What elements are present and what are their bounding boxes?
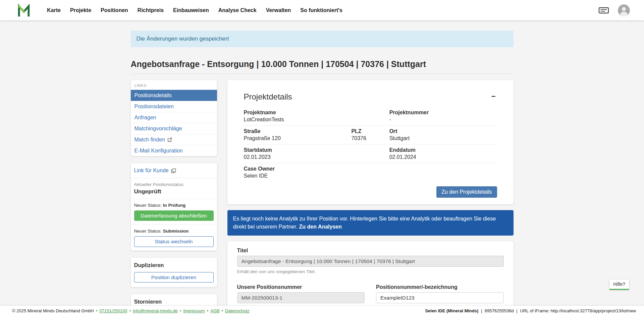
bullet-separator: • [180, 308, 181, 313]
bullet-separator: • [207, 308, 209, 313]
project-details-card: Projektdetails − Projektname LotCreation… [227, 80, 514, 204]
collapse-icon[interactable]: − [490, 92, 497, 101]
go-to-project-details-button[interactable]: Zu den Projektdetails [436, 186, 497, 198]
field-projektnummer: Projektnummer - [389, 110, 497, 123]
sidebar-item-label: Positionsdateien [135, 104, 174, 110]
project-details-heading: Projektdetails [244, 92, 292, 102]
bullet-separator: • [222, 308, 223, 313]
sidebar-links-card: LINKS Positionsdetails Positionsdateien … [131, 80, 217, 156]
main-nav: Karte Projekte Positionen Richtpreis Ein… [42, 4, 347, 17]
sidebar-item-positionsdateien[interactable]: Positionsdateien [131, 101, 217, 112]
nav-item-analyse-check[interactable]: Analyse Check [214, 4, 261, 17]
next-status-submission: Neuer Status: Submission [134, 229, 214, 234]
project-row-1: Projektname LotCreationTests Projektnumm… [244, 107, 497, 125]
nav-item-positionen[interactable]: Positionen [96, 4, 133, 17]
datenschutz-link[interactable]: Datenschutz [225, 308, 249, 313]
email-link[interactable]: info@mineral-minds.de [133, 308, 178, 313]
footer-session-info: Selen IDE (Mineral Minds) | 69576255536d… [425, 308, 636, 313]
sidebar-item-anfragen[interactable]: Anfragen [131, 112, 217, 123]
links-heading: LINKS [131, 80, 217, 90]
navbar-right [598, 4, 630, 16]
status-card: Link für Kunde Aktueller Positionsstatus… [131, 163, 217, 251]
server-icon[interactable] [598, 6, 609, 15]
nav-item-karte[interactable]: Karte [42, 4, 65, 17]
mineral-minds-logo-icon[interactable] [17, 3, 31, 17]
cancel-heading: Stornieren [134, 299, 214, 305]
go-to-analyses-link[interactable]: Zu den Analysen [299, 224, 342, 230]
field-plz: PLZ 70376 [351, 128, 389, 141]
field-case-owner: Case Owner Selen IDE [244, 166, 497, 179]
agb-link[interactable]: AGB [210, 308, 219, 313]
footer: © 2025 Mineral Minds Deutschland GmbH • … [0, 306, 644, 316]
field-ort: Ort Stuttgart [389, 128, 497, 141]
field-enddatum: Enddatum 02.01.2024 [389, 147, 497, 160]
nav-item-einbauweisen[interactable]: Einbauweisen [168, 4, 214, 17]
position-number-input[interactable] [376, 292, 504, 303]
title-field-label: Titel [237, 248, 504, 254]
save-success-alert: Die Änderungen wurden gespeichert [131, 30, 514, 47]
pipe-separator: | [516, 308, 517, 313]
sidebar-item-label: E-Mail Konfiguration [135, 148, 183, 154]
field-strasse: Straße Pragstraße 120 [244, 128, 352, 141]
switch-status-button[interactable]: Status wechseln [134, 236, 214, 247]
project-row-4: Case Owner Selen IDE [244, 163, 497, 182]
external-link-icon [167, 137, 172, 142]
position-number-label: Positionsnummer/-bezeichnung [376, 284, 504, 290]
complete-data-entry-button[interactable]: Datenerfassung abschließen [134, 210, 214, 221]
field-projektname: Projektname LotCreationTests [244, 110, 389, 123]
sidebar-item-email-konfiguration[interactable]: E-Mail Konfiguration [131, 145, 217, 156]
footer-iframe-url: URL of iFrame: http://localhost:32778/ap… [520, 308, 636, 313]
sidebar-item-label: Positionsdetails [135, 92, 172, 99]
footer-session-id: 69576255536d [485, 308, 514, 313]
impressum-link[interactable]: Impressum [183, 308, 205, 313]
page-title: Angebotsanfrage - Entsorgung | 10.000 To… [131, 59, 514, 74]
nav-item-so-funktionierts[interactable]: So funktioniert's [296, 4, 347, 17]
customer-link[interactable]: Link für Kunde [134, 168, 176, 174]
sidebar: LINKS Positionsdetails Positionsdateien … [131, 80, 217, 316]
analytics-banner-text: Es liegt noch keine Analytik zu Ihrer Po… [233, 216, 496, 230]
pipe-separator: | [481, 308, 482, 313]
title-input [237, 256, 504, 267]
sidebar-item-label: Matchingvorschläge [135, 126, 182, 132]
sidebar-item-match-finden[interactable]: Match finden [131, 134, 217, 145]
project-row-2: Straße Pragstraße 120 PLZ 70376 Ort Stut… [244, 125, 497, 144]
user-avatar[interactable] [618, 4, 630, 16]
nav-item-projekte[interactable]: Projekte [65, 4, 96, 17]
position-form-card: Titel Erhält den von uns vorgegebenen Ti… [227, 241, 514, 316]
nav-item-richtpreis[interactable]: Richtpreis [133, 4, 168, 17]
sidebar-item-label: Anfragen [135, 115, 156, 121]
copyright-text: © 2025 Mineral Minds Deutschland GmbH [12, 308, 94, 313]
copy-icon[interactable] [171, 168, 176, 173]
our-position-number-input [237, 292, 365, 303]
project-row-3: Startdatum 02.01.2023 Enddatum 02.01.202… [244, 144, 497, 163]
next-status-pruefung: Neuer Status: In Prüfung [134, 203, 214, 208]
current-status-value: Ungeprüft [134, 188, 214, 195]
phone-link[interactable]: 07151/250100 [99, 308, 127, 313]
title-help-text: Erhält den von uns vorgegebenen Titel. [237, 269, 504, 274]
help-button[interactable]: Hilfe? [609, 279, 629, 290]
footer-user: Selen IDE (Mineral Minds) [425, 308, 478, 313]
our-position-number-label: Unsere Positionsnummer [237, 284, 365, 290]
bullet-separator: • [129, 308, 131, 313]
sidebar-item-label: Match finden [135, 137, 165, 143]
nav-item-verwalten[interactable]: Verwalten [261, 4, 296, 17]
duplicate-heading: Duplizieren [134, 262, 214, 268]
customer-link-label: Link für Kunde [134, 168, 169, 174]
field-startdatum: Startdatum 02.01.2023 [244, 147, 389, 160]
bullet-separator: • [96, 308, 98, 313]
current-status-label: Aktueller Positionsstatus: [134, 182, 214, 187]
footer-left: © 2025 Mineral Minds Deutschland GmbH • … [12, 308, 250, 313]
main-content: Projektdetails − Projektname LotCreation… [227, 80, 514, 316]
sidebar-item-positionsdetails[interactable]: Positionsdetails [131, 90, 217, 101]
analytics-banner: Es liegt noch keine Analytik zu Ihrer Po… [227, 210, 514, 236]
top-navbar: Karte Projekte Positionen Richtpreis Ein… [0, 0, 644, 20]
sidebar-item-matchingvorschlaege[interactable]: Matchingvorschläge [131, 123, 217, 134]
duplicate-card: Duplizieren Position duplizieren [131, 258, 217, 287]
duplicate-position-button[interactable]: Position duplizieren [134, 272, 214, 282]
